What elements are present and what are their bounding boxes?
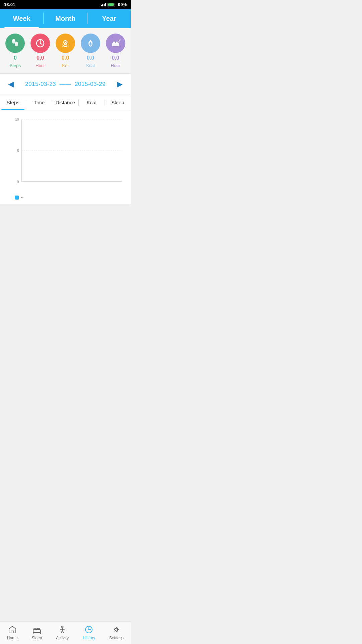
stat-steps: 0 Steps: [5, 34, 25, 68]
prev-date-button[interactable]: ◀: [5, 78, 16, 90]
distance-value: 0.0: [62, 55, 69, 61]
steps-value: 0: [14, 55, 17, 61]
svg-text:5: 5: [17, 149, 19, 153]
route-icon: [60, 38, 71, 49]
sleep-label: Hour: [111, 63, 120, 68]
sleep-value: 0.0: [112, 55, 119, 61]
chart-tab-sleep[interactable]: Sleep: [105, 95, 131, 110]
stat-sleep: z z 0.0 Hour: [106, 34, 125, 68]
time-value: 0.0: [37, 55, 44, 61]
svg-point-1: [15, 42, 18, 46]
tab-month[interactable]: Month: [44, 9, 87, 28]
svg-text:0: 0: [17, 180, 19, 184]
chart-tab-distance[interactable]: Distance: [52, 95, 78, 110]
chart-tabs: Steps Time Distance Kcal Sleep: [0, 95, 131, 110]
svg-rect-13: [113, 42, 115, 44]
svg-point-5: [16, 42, 18, 44]
time-icon-circle: [31, 34, 50, 53]
svg-point-0: [12, 39, 15, 44]
chart-tab-time[interactable]: Time: [26, 95, 52, 110]
date-range-bar: ◀ 2015-03-23 —— 2015-03-29 ▶: [0, 73, 131, 95]
sleep-icon-circle: z z: [106, 34, 125, 53]
svg-rect-14: [116, 42, 118, 44]
svg-point-4: [15, 42, 16, 44]
steps-label: Steps: [10, 63, 21, 68]
chart-area: 10 5 0 ~: [0, 110, 131, 204]
kcal-label: Kcal: [86, 63, 95, 68]
legend-color-dot: [15, 196, 19, 200]
period-tabs: Week Month Year: [0, 9, 131, 28]
date-range-text: 2015-03-23 —— 2015-03-29: [25, 81, 106, 88]
chart-legend: ~: [15, 192, 125, 200]
kcal-value: 0.0: [87, 55, 94, 61]
chart-tab-steps[interactable]: Steps: [0, 95, 26, 110]
battery-percent: 99%: [118, 2, 127, 7]
svg-point-3: [14, 40, 15, 41]
tab-year[interactable]: Year: [87, 9, 131, 28]
stat-kcal: 0.0 Kcal: [81, 34, 100, 68]
time: 13:01: [4, 2, 15, 7]
footsteps-icon: [10, 38, 20, 49]
timer-icon: [35, 38, 46, 49]
stats-row: 0 Steps 0.0 Hour: [0, 28, 131, 73]
signal-icon: [101, 2, 106, 6]
stat-distance: 0.0 Km: [56, 34, 75, 68]
steps-icon-circle: [5, 34, 25, 53]
distance-label: Km: [62, 63, 69, 68]
tab-week[interactable]: Week: [0, 9, 43, 28]
legend-label: ~: [21, 195, 23, 200]
sleep-icon: z z: [110, 38, 121, 49]
svg-point-2: [12, 40, 14, 41]
stat-time: 0.0 Hour: [31, 34, 50, 68]
status-bar: 13:01 99%: [0, 0, 131, 9]
flame-icon: [85, 38, 96, 49]
status-right: 99%: [101, 2, 127, 7]
kcal-icon-circle: [81, 34, 100, 53]
next-date-button[interactable]: ▶: [114, 78, 125, 90]
distance-icon-circle: [56, 34, 75, 53]
chart-tab-kcal[interactable]: Kcal: [79, 95, 105, 110]
battery-icon: [108, 3, 116, 6]
time-label: Hour: [36, 63, 45, 68]
svg-line-8: [40, 43, 42, 44]
svg-text:z: z: [119, 39, 121, 41]
steps-chart: 10 5 0: [15, 117, 125, 191]
svg-text:10: 10: [15, 118, 19, 121]
svg-point-11: [65, 42, 66, 43]
